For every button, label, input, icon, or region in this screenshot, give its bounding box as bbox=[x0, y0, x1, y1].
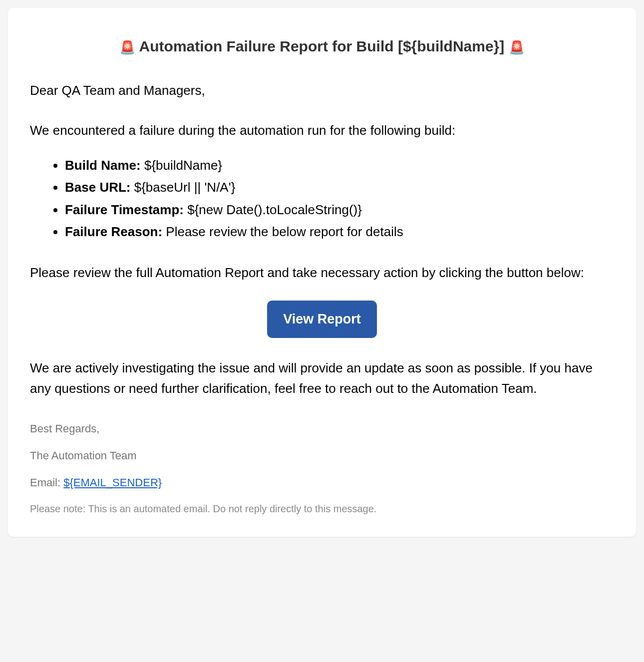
siren-icon: 🚨 bbox=[509, 40, 525, 55]
detail-value: Please review the below report for detai… bbox=[166, 224, 403, 239]
detail-value: ${buildName} bbox=[144, 158, 222, 173]
intro-text: We encountered a failure during the auto… bbox=[30, 120, 614, 140]
heading-text: Automation Failure Report for Build [${b… bbox=[139, 38, 505, 54]
contact-email-line: Email: ${EMAIL_SENDER} bbox=[30, 476, 614, 489]
list-item: Failure Timestamp: ${new Date().toLocale… bbox=[65, 199, 614, 221]
followup-text: We are actively investigating the issue … bbox=[30, 358, 614, 398]
signoff-text: Best Regards, bbox=[30, 422, 614, 435]
detail-label: Failure Timestamp: bbox=[65, 202, 184, 217]
team-name-text: The Automation Team bbox=[30, 449, 614, 462]
list-item: Failure Reason: Please review the below … bbox=[65, 221, 614, 243]
detail-label: Failure Reason: bbox=[65, 224, 162, 239]
detail-value: ${new Date().toLocaleString()} bbox=[187, 202, 362, 217]
siren-icon: 🚨 bbox=[119, 40, 135, 55]
email-footer: Best Regards, The Automation Team Email:… bbox=[30, 422, 614, 515]
failure-details-list: Build Name: ${buildName} Base URL: ${bas… bbox=[30, 154, 614, 243]
view-report-button[interactable]: View Report bbox=[267, 301, 377, 338]
email-link[interactable]: ${EMAIL_SENDER} bbox=[63, 476, 162, 489]
button-container: View Report bbox=[30, 301, 614, 338]
list-item: Base URL: ${baseUrl || 'N/A'} bbox=[65, 176, 614, 198]
detail-value: ${baseUrl || 'N/A'} bbox=[134, 180, 236, 195]
greeting-text: Dear QA Team and Managers, bbox=[30, 80, 614, 100]
automated-note: Please note: This is an automated email.… bbox=[30, 503, 614, 515]
email-label: Email: bbox=[30, 476, 63, 489]
detail-label: Base URL: bbox=[65, 180, 130, 195]
list-item: Build Name: ${buildName} bbox=[65, 154, 614, 176]
report-heading: 🚨 Automation Failure Report for Build [$… bbox=[30, 38, 614, 55]
email-card: 🚨 Automation Failure Report for Build [$… bbox=[8, 8, 636, 537]
instruction-text: Please review the full Automation Report… bbox=[30, 263, 614, 283]
detail-label: Build Name: bbox=[65, 158, 141, 173]
